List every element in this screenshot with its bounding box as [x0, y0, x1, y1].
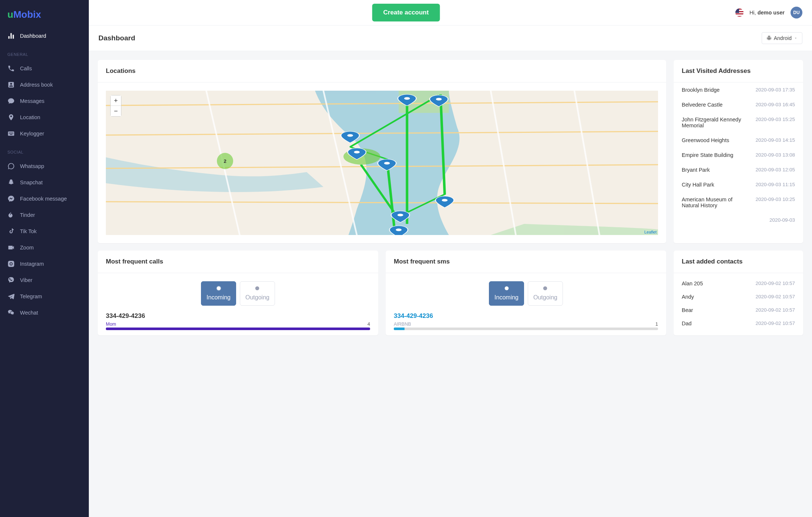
contacts-card: Last added contacts Alan 2052020-09-02 1…	[674, 251, 803, 335]
logo-suffix: Mobix	[13, 9, 41, 20]
freq-bar	[394, 328, 658, 330]
address-name: Empire State Building	[682, 152, 749, 158]
sidebar-item-zoom[interactable]: Zoom	[0, 239, 89, 256]
address-row[interactable]: Brooklyn Bridge2020-09-03 17:35	[674, 83, 803, 97]
sidebar-item-instagram[interactable]: Instagram	[0, 256, 89, 272]
map-cluster[interactable]: 2	[217, 153, 233, 169]
sidebar-item-snapchat[interactable]: Snapchat	[0, 174, 89, 191]
telegram-icon	[7, 293, 15, 300]
tab-sms-outgoing[interactable]: Outgoing	[528, 281, 563, 306]
avatar[interactable]: DU	[791, 7, 802, 19]
wechat-icon	[7, 309, 15, 316]
sidebar-item-label: Snapchat	[20, 179, 43, 185]
contact-row[interactable]: Dad2020-09-02 10:57	[674, 317, 803, 330]
arrow-up-circle-icon	[245, 285, 269, 293]
subheader: Dashboard Android	[89, 25, 812, 51]
address-name: Brooklyn Bridge	[682, 87, 749, 93]
freq-count: 1	[655, 321, 658, 327]
sidebar-item-viber[interactable]: Viber	[0, 272, 89, 288]
sidebar-item-tik-tok[interactable]: Tik Tok	[0, 223, 89, 239]
zoom-out-button[interactable]: −	[111, 106, 121, 116]
freq-number: 334-429-4236	[106, 312, 370, 320]
chevron-down-icon	[794, 36, 798, 40]
dashboard-icon	[7, 32, 15, 40]
leaflet-attribution[interactable]: Leaflet	[644, 230, 657, 234]
svg-point-13	[347, 134, 353, 137]
sidebar-item-label: Tinder	[20, 212, 35, 218]
contact-row[interactable]: Bear2020-09-02 10:57	[674, 303, 803, 317]
messenger-icon	[7, 195, 15, 202]
sidebar-item-calls[interactable]: Calls	[0, 60, 89, 77]
address-time: 2020-09-03 12:05	[755, 167, 795, 173]
snapchat-icon	[7, 179, 15, 186]
freq-number[interactable]: 334-429-4236	[394, 312, 658, 320]
arrow-up-circle-icon	[533, 285, 557, 293]
address-row[interactable]: American Museum of Natural History2020-0…	[674, 192, 803, 213]
contact-row[interactable]: Alan 2052020-09-02 10:57	[674, 277, 803, 290]
os-dropdown[interactable]: Android	[762, 32, 802, 44]
svg-point-17	[397, 214, 403, 216]
sidebar-item-label: Telegram	[20, 293, 42, 299]
address-row[interactable]: 2020-09-03	[674, 213, 803, 227]
freq-count: 4	[368, 321, 370, 327]
logo-prefix: u	[7, 9, 13, 20]
sidebar: uMobix Dashboard GENERAL CallsAddress bo…	[0, 0, 89, 344]
contact-row[interactable]: Andy2020-09-02 10:57	[674, 290, 803, 303]
sidebar-item-label: Calls	[20, 66, 32, 71]
whatsapp-icon	[7, 162, 15, 170]
sidebar-item-wechat[interactable]: Wechat	[0, 305, 89, 321]
address-time: 2020-09-03	[769, 217, 795, 223]
flag-icon[interactable]	[735, 9, 744, 17]
sidebar-item-dashboard[interactable]: Dashboard	[0, 28, 89, 44]
address-name: City Hall Park	[682, 182, 749, 188]
sidebar-item-keylogger[interactable]: Keylogger	[0, 125, 89, 142]
address-row[interactable]: John Fitzgerald Kennedy Memorial2020-09-…	[674, 112, 803, 133]
address-name: Bryant Park	[682, 167, 749, 173]
zoom-in-button[interactable]: +	[111, 95, 121, 106]
pin-icon	[7, 114, 15, 121]
android-icon	[766, 36, 772, 41]
sidebar-item-label: Dashboard	[20, 33, 46, 39]
arrow-down-circle-icon	[207, 285, 231, 293]
address-name	[682, 217, 764, 223]
sidebar-item-location[interactable]: Location	[0, 109, 89, 125]
sidebar-item-facebook-message[interactable]: Facebook message	[0, 191, 89, 207]
sidebar-item-label: Wechat	[20, 310, 38, 316]
addresses-card: Last Visited Addresses Brooklyn Bridge20…	[674, 60, 803, 243]
address-row[interactable]: Belvedere Castle2020-09-03 16:45	[674, 97, 803, 112]
phone-icon	[7, 65, 15, 72]
sidebar-item-label: Facebook message	[20, 196, 67, 202]
sidebar-item-address-book[interactable]: Address book	[0, 77, 89, 93]
section-label-social: SOCIAL	[0, 142, 89, 158]
tab-calls-incoming[interactable]: Incoming	[201, 281, 236, 306]
address-row[interactable]: Bryant Park2020-09-03 12:05	[674, 162, 803, 177]
sidebar-item-label: Location	[20, 114, 40, 120]
card-title-freq-sms: Most frequent sms	[386, 251, 666, 273]
address-name: American Museum of Natural History	[682, 197, 749, 208]
tab-sms-incoming[interactable]: Incoming	[489, 281, 524, 306]
sidebar-item-label: Tik Tok	[20, 228, 37, 234]
tab-calls-outgoing[interactable]: Outgoing	[240, 281, 275, 306]
map[interactable]: 2 + − Hoboken Jersey City New York Brook…	[106, 91, 658, 235]
map-zoom: + −	[110, 95, 121, 117]
svg-point-18	[396, 229, 402, 231]
contact-time: 2020-09-02 10:57	[755, 281, 795, 286]
card-title-addresses: Last Visited Addresses	[674, 60, 803, 83]
address-row[interactable]: City Hall Park2020-09-03 11:15	[674, 177, 803, 192]
map-marker[interactable]	[389, 226, 408, 235]
locations-card: Locations	[98, 60, 666, 243]
greeting: Hi, demo user	[749, 10, 785, 16]
sidebar-item-telegram[interactable]: Telegram	[0, 288, 89, 305]
create-account-button[interactable]: Create account	[372, 4, 440, 21]
card-title-freq-calls: Most frequent calls	[98, 251, 378, 273]
freq-sms-card: Most frequent sms Incoming Outgoing 334-…	[386, 251, 666, 335]
address-name: Belvedere Castle	[682, 102, 749, 108]
address-row[interactable]: Greenwood Heights2020-09-03 14:15	[674, 133, 803, 148]
svg-point-15	[384, 162, 390, 165]
sidebar-item-label: Zoom	[20, 245, 34, 251]
addresses-list[interactable]: Brooklyn Bridge2020-09-03 17:35Belvedere…	[674, 83, 803, 231]
sidebar-item-tinder[interactable]: Tinder	[0, 207, 89, 223]
sidebar-item-whatsapp[interactable]: Whatsapp	[0, 158, 89, 174]
address-row[interactable]: Empire State Building2020-09-03 13:08	[674, 148, 803, 162]
sidebar-item-messages[interactable]: Messages	[0, 93, 89, 109]
